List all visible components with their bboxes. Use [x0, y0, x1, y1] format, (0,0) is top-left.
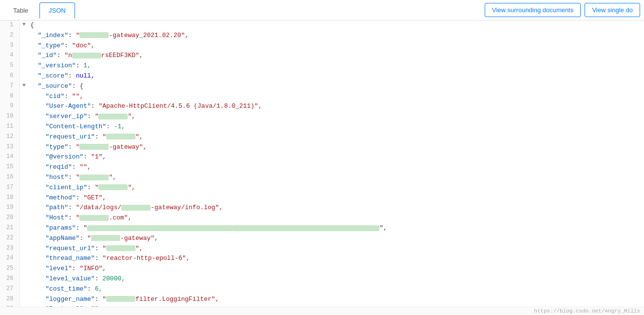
line-toggle [19, 61, 28, 71]
line-content: "client_ip": "", [28, 183, 644, 193]
json-line: 13 "type": "-gateway", [0, 142, 644, 153]
line-number: 21 [0, 223, 19, 234]
line-toggle [19, 112, 28, 122]
line-number: 26 [0, 274, 19, 284]
json-line: 27 "cost_time": 6, [0, 284, 644, 295]
line-number: 10 [0, 112, 19, 122]
json-line: 2 "_index": "-gateway_2021.02.20", [0, 31, 644, 41]
line-content: "_index": "-gateway_2021.02.20", [28, 31, 644, 41]
json-line: 16 "host": "", [0, 173, 644, 183]
json-line: 5 "_version": 1, [0, 61, 644, 71]
json-line: 11 "Content-Length": -1, [0, 122, 644, 132]
line-number: 16 [0, 173, 19, 183]
line-toggle [19, 183, 28, 193]
json-line: 3 "_type": "doc", [0, 41, 644, 51]
line-number: 12 [0, 132, 19, 142]
json-line: 18 "method": "GET", [0, 193, 644, 203]
line-number: 28 [0, 295, 19, 305]
json-line: 15 "reqid": "", [0, 162, 644, 173]
json-line: 7▼ "_source": { [0, 81, 644, 92]
footer-bar: https://blog.csdn.net/Angry_Mills [0, 307, 644, 315]
line-toggle [19, 41, 28, 51]
line-number: 17 [0, 183, 19, 193]
json-line: 22 "appName": "-gateway", [0, 234, 644, 244]
line-toggle [19, 223, 28, 234]
json-line: 25 "level": "INFO", [0, 264, 644, 274]
line-toggle[interactable]: ▼ [19, 20, 28, 31]
tab-table[interactable]: Table [4, 2, 38, 18]
json-line: 23 "request_url": "", [0, 244, 644, 254]
json-line: 24 "thread_name": "reactor-http-epoll-6"… [0, 254, 644, 264]
json-line: 6 "_score": null, [0, 71, 644, 81]
json-line: 17 "client_ip": "", [0, 183, 644, 193]
line-toggle [19, 31, 28, 41]
line-content: "method": "GET", [28, 193, 644, 203]
line-number: 14 [0, 152, 19, 162]
line-number: 5 [0, 61, 19, 71]
line-number: 1 [0, 20, 19, 31]
line-number: 18 [0, 193, 19, 203]
json-line: 21 "params": "", [0, 223, 644, 234]
line-content: "_type": "doc", [28, 41, 644, 51]
line-number: 24 [0, 254, 19, 264]
line-toggle [19, 234, 28, 244]
line-number: 9 [0, 101, 19, 112]
line-toggle [19, 152, 28, 162]
footer-url: https://blog.csdn.net/Angry_Mills [534, 308, 640, 314]
view-single-btn[interactable]: View single do [585, 3, 640, 17]
line-number: 2 [0, 31, 19, 41]
line-toggle [19, 254, 28, 264]
line-content: "level": "INFO", [28, 264, 644, 274]
line-toggle [19, 92, 28, 102]
json-content: 1▼{2 "_index": "-gateway_2021.02.20",3 "… [0, 20, 644, 307]
line-content: "type": "-gateway", [28, 142, 644, 153]
line-content: "Content-Length": -1, [28, 122, 644, 132]
json-line: 14 "@version": "1", [0, 152, 644, 162]
line-content: "_source": { [28, 81, 644, 92]
line-number: 23 [0, 244, 19, 254]
line-toggle [19, 51, 28, 61]
line-content: "params": "", [28, 223, 644, 234]
line-content: "thread_name": "reactor-http-epoll-6", [28, 254, 644, 264]
line-number: 15 [0, 162, 19, 173]
line-number: 4 [0, 51, 19, 61]
json-line: 10 "server_ip": "", [0, 112, 644, 122]
json-line: 28 "logger_name": "filter.LoggingFilter"… [0, 295, 644, 305]
line-content: "request_uri": "", [28, 132, 644, 142]
line-toggle [19, 142, 28, 153]
line-toggle [19, 173, 28, 183]
line-content: "level_value": 20000, [28, 274, 644, 284]
line-toggle [19, 244, 28, 254]
json-line: 12 "request_uri": "", [0, 132, 644, 142]
line-number: 13 [0, 142, 19, 153]
line-toggle [19, 132, 28, 142]
line-number: 11 [0, 122, 19, 132]
line-content: "_score": null, [28, 71, 644, 81]
line-content: { [28, 20, 644, 31]
line-content: "User-Agent": "Apache-HttpClient/4.5.6 (… [28, 101, 644, 112]
view-surrounding-btn[interactable]: View surrounding documents [485, 3, 581, 17]
json-line: 26 "level_value": 20000, [0, 274, 644, 284]
json-line: 9 "User-Agent": "Apache-HttpClient/4.5.6… [0, 101, 644, 112]
line-toggle [19, 122, 28, 132]
line-toggle [19, 284, 28, 295]
json-line: 20 "Host": ".com", [0, 213, 644, 223]
line-toggle [19, 162, 28, 173]
json-lines: 1▼{2 "_index": "-gateway_2021.02.20",3 "… [0, 20, 644, 307]
line-content: "_version": 1, [28, 61, 644, 71]
line-content: "_id": "nrsEEDF3KD", [28, 51, 644, 61]
line-content: "server_ip": "", [28, 112, 644, 122]
line-content: "reqid": "", [28, 162, 644, 173]
line-toggle [19, 295, 28, 305]
line-toggle[interactable]: ▼ [19, 81, 28, 92]
line-number: 25 [0, 264, 19, 274]
line-content: "cid": "", [28, 92, 644, 102]
json-line: 19 "path": "/data/logs/-gateway/info.log… [0, 203, 644, 213]
tab-json[interactable]: JSON [39, 2, 75, 19]
line-content: "appName": "-gateway", [28, 234, 644, 244]
line-toggle [19, 203, 28, 213]
line-content: "request_url": "", [28, 244, 644, 254]
line-number: 8 [0, 92, 19, 102]
line-number: 19 [0, 203, 19, 213]
line-number: 20 [0, 213, 19, 223]
